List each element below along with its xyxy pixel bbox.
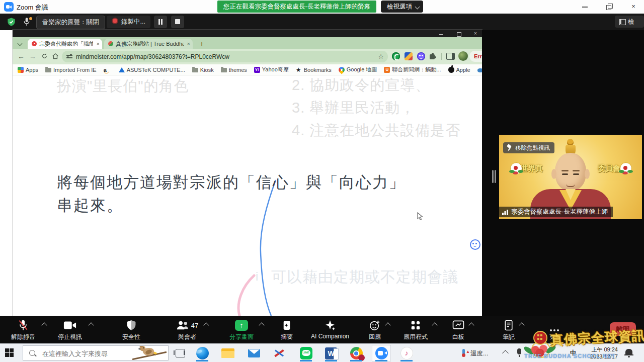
chevron-up-icon[interactable] [519,322,524,328]
speaker-video-tile[interactable]: 世界真 委員會 移除焦點視訊 宗委會督察處處長-長老釋蓮僧上師 [499,135,642,219]
browser-minimize-button[interactable] [438,31,445,37]
address-bar[interactable]: mindmeister.com/app/map/3062480376?t=RPL… [62,51,388,62]
notification-center-icon[interactable] [625,349,632,355]
security-button[interactable]: 安全性 [122,319,140,341]
panel-collapse-handle[interactable] [492,170,497,183]
extensions-puzzle-icon[interactable] [430,53,436,59]
bookmark-google-maps[interactable]: Google 地圖 [339,66,377,73]
whiteboard-button[interactable]: 白板 [452,319,464,341]
minimize-button[interactable] [581,3,589,11]
taskbar-search-box[interactable] [23,345,169,360]
stop-video-button[interactable]: 停止視訊 [58,319,82,341]
extension-icon-smiley[interactable] [417,52,425,60]
mindmap-canvas[interactable]: 扮演"里長伯"的角色 2. 協助政令的宣導、 3. 舉辦里民活動， 4. 注意在… [13,75,482,316]
tray-mic-icon[interactable] [517,348,521,354]
tab-close-icon[interactable]: × [187,39,190,49]
participants-button[interactable]: 47 與會者 [176,319,198,341]
audio-status-icon[interactable] [23,17,32,27]
share-screen-button[interactable]: ↑ 分享畫面 [229,319,254,341]
side-panel-icon[interactable] [446,53,455,60]
bookmark-imported-from-ie[interactable]: Imported From IE [45,67,97,73]
site-settings-icon[interactable] [66,54,72,59]
bookmark-themes[interactable]: themes [221,67,247,73]
bookmark-bookmarks[interactable]: ★Bookmarks [296,67,332,73]
summary-button[interactable]: 摘要 [281,319,293,341]
taskbar-mail[interactable] [245,345,264,361]
new-tab-button[interactable]: + [198,40,206,48]
back-button[interactable]: ← [17,52,26,61]
extension-icon-green[interactable] [392,52,400,60]
tab-close-icon[interactable]: × [97,39,100,49]
chevron-up-icon[interactable] [88,322,94,328]
extension-icon-colorful[interactable] [405,52,413,60]
search-input[interactable] [41,346,129,360]
bookmark-amazon[interactable]: a [104,67,112,73]
tray-display-icon[interactable] [534,349,543,356]
browser-maximize-button[interactable] [455,31,462,37]
unmute-button[interactable]: 解除靜音 [11,319,35,341]
share-screen-icon: ↑ [235,320,248,331]
ime-indicator[interactable]: 中 [570,349,577,357]
browser-close-button[interactable]: × [472,31,479,37]
watching-screen-banner: 您正在觀看宗委會督察處處長-長老釋蓮僧上師的螢幕 [217,1,376,13]
help-widget-icon[interactable] [470,239,480,250]
weather-widget[interactable]: 溫度... [470,349,488,358]
bookmark-star-icon[interactable]: ☆ [378,53,384,60]
restore-button[interactable] [605,3,613,11]
home-button[interactable] [51,52,60,61]
line-app-icon [300,347,312,359]
view-options-button[interactable]: 檢視選項 [381,1,423,13]
taskbar-line[interactable] [296,345,315,361]
taskbar-file-explorer[interactable] [218,345,237,361]
ai-companion-button[interactable]: AI Companion [311,319,349,340]
apps-button[interactable]: 應用程式 [404,319,428,341]
remove-spotlight-button[interactable]: 移除焦點視訊 [503,142,554,153]
bookmark-yahoo[interactable]: Y!Yahoo奇摩 [254,66,289,73]
zoom-app-window: Zoom 會議 您正在觀看宗委會督察處處長-長老釋蓮僧上師的螢幕 檢視選項 × … [0,0,644,362]
browser-tab-inactive[interactable]: 真佛宗務網站 | True Buddha Sc × [104,39,193,49]
chevron-up-icon[interactable] [204,322,209,328]
tab-search-icon[interactable] [16,39,24,47]
taskbar-clock[interactable]: 上午 09:24 2023/12/17 [583,346,618,360]
close-button[interactable]: × [629,3,637,11]
chevron-up-icon[interactable] [468,322,474,328]
start-button[interactable] [5,348,14,357]
reload-button[interactable] [40,52,49,61]
browser-tab-active[interactable]: 宗委會代辦處的「職能」及「概念 × [28,39,102,49]
running-indicator [350,360,362,361]
bookmark-kiosk[interactable]: Kiosk [192,67,214,73]
bookmark-apps[interactable]: Apps [18,67,38,73]
running-indicator [196,360,208,361]
taskbar-itunes[interactable]: ♪ [397,345,416,361]
reactions-button[interactable]: 回應 [369,319,381,341]
stop-recording-button[interactable] [171,16,184,28]
original-sound-button[interactable]: 音樂家的原聲：關閉 [36,16,105,29]
chevron-up-icon[interactable] [385,322,390,328]
leave-meeting-button[interactable]: 離開 [610,322,636,336]
bookmark-apple[interactable]: Apple [448,67,470,73]
notes-button[interactable]: 筆記 [503,319,515,341]
tray-expand-chevron[interactable] [502,350,509,356]
task-view-icon[interactable] [176,349,185,357]
taskbar-edge[interactable] [193,345,212,361]
taskbar-chrome[interactable] [347,345,366,361]
bookmark-udn-news[interactable]: U聯合新聞網：觸動... [384,66,441,73]
bookmark-asustek[interactable]: ASUSTeK COMPUTE... [119,67,185,73]
profile-avatar[interactable] [458,51,468,61]
chevron-up-icon[interactable] [432,322,437,328]
forward-button[interactable]: → [28,52,37,61]
mouse-cursor [416,212,423,221]
taskbar-zoom[interactable] [372,345,391,361]
file-explorer-icon [221,348,234,358]
camera-icon [58,319,82,331]
chevron-up-icon[interactable] [41,322,47,328]
pause-recording-button[interactable] [154,16,167,28]
security-shield-icon[interactable] [7,17,16,27]
more-button[interactable]: 更多 [549,319,561,341]
weather-thermometer-icon[interactable] [462,349,465,356]
recording-indicator: 錄製中... [107,16,150,28]
taskbar-word[interactable]: W [321,345,341,361]
view-layout-button[interactable]: 檢視 [615,16,644,28]
taskbar-snip-app[interactable] [270,345,289,361]
chevron-up-icon[interactable] [259,322,264,328]
